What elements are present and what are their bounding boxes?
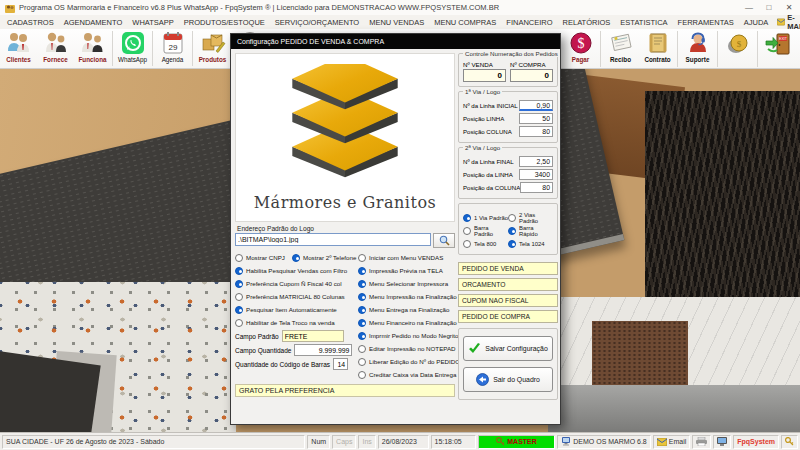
minimize-icon[interactable]: —: [743, 0, 755, 15]
option-menu-financeiro-finalizacao[interactable]: Menu Financeiro na Finalização: [358, 316, 455, 329]
toolbar-recibo-button[interactable]: Recibo: [602, 29, 639, 69]
toolbar-agenda-button[interactable]: 29 Agenda: [154, 29, 191, 68]
status-master-badge: MASTER: [478, 435, 555, 449]
radio-icon: [358, 267, 366, 275]
toolbar-exit-button[interactable]: EXIT: [759, 29, 796, 69]
toolbar-produtos-button[interactable]: Produtos: [194, 29, 231, 68]
option-habilita-pesquisar-vendas[interactable]: Habilita Pesquisar Vendas com Filtro: [235, 264, 358, 277]
magnifier-icon: [439, 235, 450, 246]
browse-logo-button[interactable]: [433, 233, 455, 248]
doc-type-pedido-compra[interactable]: PEDIDO DE COMPRA: [458, 310, 558, 323]
campo-quantidade-input[interactable]: 9.999.999: [294, 344, 352, 356]
option-pesquisar-item-auto[interactable]: Pesquisar Item Automaticamente: [235, 303, 358, 316]
toolbar-funciona-button[interactable]: Funciona: [74, 29, 111, 68]
radio-icon: [358, 280, 366, 288]
option-menu-entrega-finalizacao[interactable]: Menu Entrega na Finalização: [358, 303, 455, 316]
toolbar-label: Produtos: [199, 56, 227, 63]
menu-vendas[interactable]: MENU VENDAS: [364, 18, 429, 27]
compra-number-input[interactable]: 0: [510, 69, 553, 82]
doc-type-cupom[interactable]: CUPOM NAO FISCAL: [458, 294, 558, 307]
radio-tela-1024[interactable]: Tela 1024: [508, 237, 553, 250]
toolbar-fornece-button[interactable]: Fornece: [37, 29, 74, 68]
radio-barra-rapido[interactable]: Barra Rápido: [508, 224, 553, 237]
menu-servico-orcamento[interactable]: SERVIÇO/ORÇAMENTO: [270, 18, 364, 27]
status-monitor[interactable]: [713, 435, 731, 449]
option-imprimir-negrito[interactable]: Imprmir Pedido no Modo Negrito: [358, 329, 455, 342]
status-email[interactable]: Email: [653, 435, 691, 449]
save-config-button[interactable]: Salvar Configuração: [463, 336, 553, 361]
check-icon: [468, 343, 481, 354]
option-creditar-caixa[interactable]: Creditar Caixa via Data Entrega: [358, 368, 455, 381]
exit-dialog-button[interactable]: Sair do Quadro: [463, 367, 553, 392]
venda-number-input[interactable]: 0: [463, 69, 506, 82]
app-icon: [5, 3, 15, 13]
via1-linha-inicial-input[interactable]: 0,90: [519, 100, 553, 111]
option-mostrar-cnpj[interactable]: Mostrar CNPJ: [235, 251, 292, 264]
toolbar-pagar-button[interactable]: $ Pagar: [562, 29, 599, 69]
menu-ajuda[interactable]: AJUDA: [739, 18, 774, 27]
via1-posicao-linha-input[interactable]: 50: [519, 113, 553, 124]
logo-path-input[interactable]: [235, 233, 431, 246]
toolbar-label: Contrato: [644, 56, 670, 63]
via1-linha-inicial-label: Nº da Linha INICIAL: [463, 102, 518, 109]
radio-barra-padrao[interactable]: Barra Padrão: [463, 224, 508, 237]
doc-type-orcamento[interactable]: ORCAMENTO: [458, 278, 558, 291]
option-habilitar-tela-troco[interactable]: Habilitar de Tela Troco na venda: [235, 316, 358, 329]
menu-agendamento[interactable]: AGENDAMENTO: [59, 18, 128, 27]
toolbar-separator: [757, 31, 758, 67]
option-mostrar-2-telefone[interactable]: Mostrar 2º Telefone: [292, 251, 356, 264]
toolbar-clientes-button[interactable]: Clientes: [0, 29, 37, 68]
menu-produtos-estoque[interactable]: PRODUTOS/ESTOQUE: [179, 18, 270, 27]
radio-icon: [292, 254, 300, 262]
radio-2-vias-padrao[interactable]: 2 Vias Padrão: [508, 211, 553, 224]
via2-posicao-linha-input[interactable]: 3400: [519, 169, 553, 180]
radio-icon: [463, 214, 471, 222]
radio-icon: [358, 319, 366, 327]
via2-linha-final-label: Nº da Linha FINAL: [463, 158, 514, 165]
campo-padrao-label: Campo Padrão: [235, 333, 279, 340]
toolbar-coin-button[interactable]: $: [719, 29, 756, 69]
option-menu-selecionar-impressora[interactable]: Menu Selecionar Impressora: [358, 277, 455, 290]
via1-posicao-linha-label: Posição LINHA: [463, 115, 504, 122]
menu-cadastros[interactable]: CADASTROS: [2, 18, 59, 27]
option-preferencia-cupom[interactable]: Preferência Cupom Ñ Fiscal 40 col: [235, 277, 358, 290]
option-preferencia-matricial[interactable]: Preferência MATRICIAL 80 Colunas: [235, 290, 358, 303]
exit-door-icon: EXIT: [764, 31, 792, 57]
toolbar-whatsapp-button[interactable]: WhatsApp: [114, 29, 151, 68]
codigo-barras-input[interactable]: 14: [333, 358, 348, 370]
option-liberar-edicao-pedido[interactable]: Liberar Edição do Nº do PEDIDO: [358, 355, 455, 368]
option-editar-notepad[interactable]: Editar Impressão no NOTEPAD: [358, 342, 455, 355]
toolbar-suporte-button[interactable]: Suporte: [679, 29, 716, 69]
via2-linha-final-input[interactable]: 2,50: [519, 156, 553, 167]
via1-posicao-coluna-label: Posição COLUNA: [463, 128, 512, 135]
option-impressao-previa[interactable]: Impressão Prévia na TELA: [358, 264, 455, 277]
menu-estatistica[interactable]: ESTATISTICA: [615, 18, 672, 27]
via2-posicao-coluna-input[interactable]: 80: [520, 182, 553, 193]
stone-sample-gray-slab: [548, 385, 800, 432]
menu-ferramentas[interactable]: FERRAMENTAS: [673, 18, 739, 27]
via2-groupbox: 2ª Via / Logo Nº da Linha FINAL2,50 Posi…: [458, 147, 558, 199]
via1-posicao-coluna-input[interactable]: 80: [519, 126, 553, 137]
option-menu-impressao-finalizacao[interactable]: Menu Impressão na Finalização: [358, 290, 455, 303]
radio-1-via-padrao[interactable]: 1 Via Padrão: [463, 211, 508, 224]
status-date: 26/08/2023: [378, 435, 429, 449]
footer-message-field[interactable]: GRATO PELA PREFERENCIA: [235, 384, 455, 397]
campo-padrao-input[interactable]: FRETE: [282, 330, 344, 342]
option-iniciar-menu-vendas[interactable]: Iniciar com Menu VENDAS: [358, 251, 455, 264]
dialog-titlebar[interactable]: Configuração PEDIDO DE VENDA & COMPRA: [231, 34, 560, 49]
menu-whatsapp[interactable]: WHATSAPP: [127, 18, 179, 27]
contract-icon: [646, 31, 670, 55]
printer-icon: [696, 437, 707, 446]
status-printer[interactable]: [692, 435, 711, 449]
radio-icon: [235, 280, 243, 288]
toolbar-contrato-button[interactable]: Contrato: [639, 29, 676, 69]
menu-compras[interactable]: MENU COMPRAS: [429, 18, 501, 27]
status-caps: Caps: [332, 435, 356, 449]
status-time: 15:18:05: [431, 435, 476, 449]
radio-tela-800[interactable]: Tela 800: [463, 237, 508, 250]
radio-icon: [508, 240, 516, 248]
menu-relatorios[interactable]: RELATÓRIOS: [558, 18, 616, 27]
doc-type-pedido-venda[interactable]: PEDIDO DE VENDA: [458, 262, 558, 275]
status-demo-version: DEMO OS MARMO 6.8: [557, 435, 651, 449]
menu-financeiro[interactable]: FINANCEIRO: [501, 18, 557, 27]
